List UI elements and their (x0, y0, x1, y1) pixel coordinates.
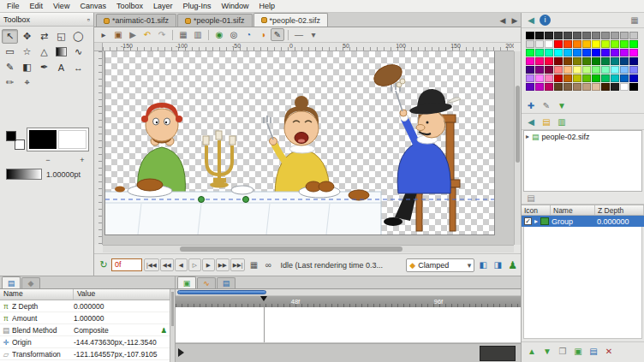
palette-swatch[interactable] (564, 57, 572, 65)
palette-swatch[interactable] (564, 83, 572, 91)
palette-swatch[interactable] (629, 83, 638, 91)
redo-icon[interactable]: ↷ (155, 28, 169, 41)
loop-icon[interactable]: ∞ (261, 258, 275, 271)
menu-edit[interactable]: Edit (25, 1, 49, 11)
palette-swatch[interactable] (592, 83, 600, 91)
palette-swatch[interactable] (620, 66, 629, 74)
palette-swatch[interactable] (545, 40, 553, 48)
canvas-tab[interactable]: *people-01.sifz (177, 14, 253, 27)
tool-gradient[interactable] (53, 45, 69, 59)
palette-swatch[interactable] (535, 74, 544, 82)
menu-canvas[interactable]: Canvas (75, 1, 111, 11)
decrease-width-button[interactable]: − (43, 155, 53, 164)
canvas-tab[interactable]: *people-02.sifz (253, 13, 329, 27)
palette-swatch[interactable] (620, 32, 629, 39)
tool-zoom[interactable]: ⌖ (19, 75, 35, 90)
tool-text[interactable]: A (53, 60, 69, 74)
tool-fill[interactable]: ◧ (19, 60, 35, 74)
timetrack-scrollbar[interactable] (176, 343, 521, 362)
palette-swatch[interactable] (535, 83, 544, 91)
panel-options-icon[interactable]: ▫ (87, 15, 90, 24)
fill-color-swatch[interactable] (29, 130, 57, 149)
palette-swatch[interactable] (601, 32, 610, 39)
palette-swatch[interactable] (601, 40, 610, 48)
tab-scroll-right-icon[interactable]: ▶ (509, 16, 521, 25)
tab-keyframes[interactable]: ◆ (21, 277, 40, 288)
menu-window[interactable]: Window (216, 1, 253, 11)
palette-swatch[interactable] (554, 74, 563, 82)
tool-rectangle[interactable]: ▭ (2, 45, 18, 59)
param-value[interactable]: -121.164557px,-107.9105 (74, 350, 170, 359)
horizontal-ruler[interactable]: -150-100-50050100150200 (103, 43, 514, 51)
next-keyframe-button[interactable]: ▶▶ (216, 258, 230, 271)
menu-plug-ins[interactable]: Plug-Ins (177, 1, 216, 11)
palette-swatch[interactable] (582, 32, 591, 39)
palette-swatch[interactable] (564, 49, 572, 56)
palette-swatch[interactable] (554, 49, 563, 56)
params-scrollbar[interactable] (170, 289, 175, 362)
palette-swatch[interactable] (564, 32, 572, 39)
save-palette-icon[interactable]: ▼ (555, 99, 569, 112)
back-icon[interactable]: ◀ (524, 14, 538, 27)
palette-swatch[interactable] (611, 57, 619, 65)
seek-begin-button[interactable]: |◀◀ (144, 258, 159, 271)
tab-params[interactable]: ▤ (2, 276, 21, 288)
play-button[interactable]: ▷ (188, 258, 201, 271)
tab-curves[interactable]: ∿ (197, 277, 216, 288)
palette-swatch[interactable] (592, 57, 600, 65)
snap-grid-icon[interactable]: ◉ (212, 28, 226, 41)
increase-width-button[interactable]: + (77, 155, 87, 164)
palette-swatch[interactable] (620, 74, 629, 82)
palette-swatch[interactable] (601, 57, 610, 65)
palette-swatch[interactable] (629, 49, 638, 56)
tool-scale[interactable]: ◱ (53, 29, 69, 44)
animate-mode-icon[interactable]: ♟ (508, 259, 517, 271)
palette-swatch[interactable] (573, 83, 581, 91)
outline-color-swatch[interactable] (58, 130, 87, 149)
canvas-menu-caret[interactable]: ▸ (97, 28, 110, 41)
palette-swatch[interactable] (526, 32, 534, 39)
scrollbar-thumb[interactable] (480, 346, 516, 361)
palette-swatch[interactable] (611, 49, 619, 56)
refresh-time-icon[interactable]: ◔ (242, 28, 255, 41)
palette-swatch[interactable] (526, 40, 534, 48)
param-row[interactable]: ▱Transformation-121.164557px,-107.9105 (0, 348, 170, 360)
palette-swatch[interactable] (573, 57, 581, 65)
layers-empty-area[interactable] (523, 227, 642, 339)
palette-swatch[interactable] (582, 49, 591, 56)
info-icon[interactable]: i (540, 15, 551, 26)
palette-swatch[interactable] (620, 40, 629, 48)
lib-back-icon[interactable]: ◀ (524, 116, 538, 128)
palette-swatch[interactable] (545, 83, 553, 91)
palette-swatch[interactable] (582, 57, 591, 65)
duplicate-layer-icon[interactable]: ❐ (556, 345, 569, 358)
seek-end-button[interactable]: ▶▶| (230, 258, 246, 271)
palette-swatch[interactable] (629, 57, 638, 65)
palette-swatch[interactable] (601, 49, 610, 56)
tool-spline[interactable]: ∿ (70, 45, 86, 59)
library-item[interactable]: ▸ ▤ people-02.sifz (524, 131, 641, 142)
palette-swatch[interactable] (564, 40, 572, 48)
palette-swatch[interactable] (526, 57, 534, 65)
palette-swatch[interactable] (611, 32, 619, 39)
palette-swatch[interactable] (582, 40, 591, 48)
next-frame-button[interactable]: ▶ (202, 258, 215, 271)
open-palette-icon[interactable]: ▤ (540, 116, 553, 128)
palette-swatch[interactable] (582, 83, 591, 91)
group-layers-icon[interactable]: ▣ (571, 345, 585, 358)
vertical-ruler[interactable] (94, 51, 103, 245)
tool-smooth-move[interactable]: ✥ (19, 29, 35, 44)
palette-swatch[interactable] (535, 57, 544, 65)
palette-swatch[interactable] (526, 66, 534, 74)
param-row[interactable]: ✛Origin-144.473630px,-112.3540 (0, 336, 170, 348)
palette-swatch[interactable] (573, 49, 581, 56)
palette-swatch[interactable] (601, 74, 610, 82)
menu-toolbox[interactable]: Toolbox (111, 1, 148, 11)
tab-children[interactable]: ▤ (217, 277, 236, 288)
menu-help[interactable]: Help (254, 1, 281, 11)
interpolation-dropdown[interactable]: ◆ Clamped ▾ (406, 258, 474, 272)
tool-eyedrop[interactable]: ✒ (36, 60, 52, 74)
palette-swatch[interactable] (526, 74, 534, 82)
tool-draw[interactable]: ✎ (2, 60, 18, 74)
canvas-viewport[interactable] (103, 51, 514, 245)
